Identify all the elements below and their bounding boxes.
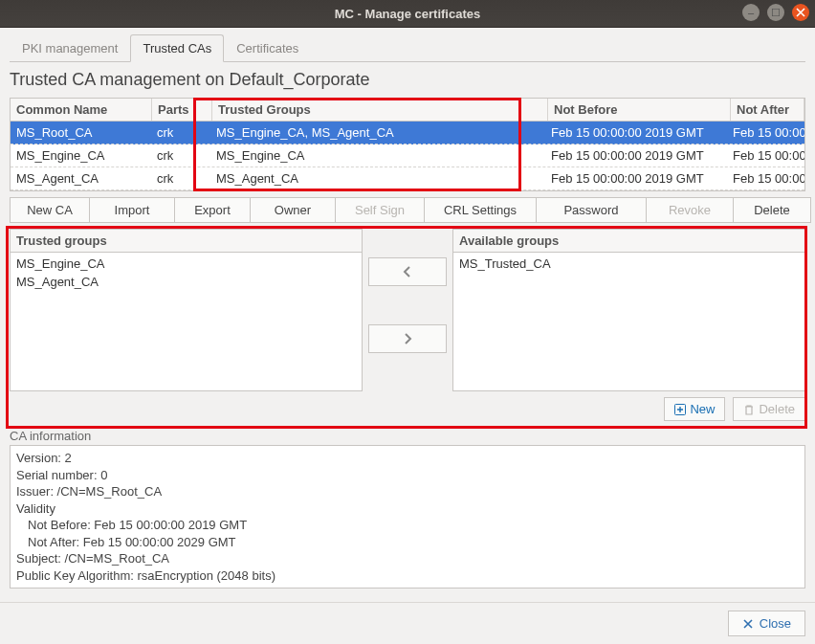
groups-transfer-panel: Trusted groups MS_Engine_CAMS_Agent_CA A…: [10, 229, 805, 391]
new-ca-button[interactable]: New CA: [10, 197, 90, 223]
ca-info-line: Signature Algorithm: sha256WithRSAEncryp…: [16, 584, 799, 588]
window-maximize-button[interactable]: ☐: [767, 4, 784, 21]
cell-na: Feb 15 00:00:00 20: [727, 167, 804, 189]
table-row[interactable]: MS_Engine_CAcrkMS_Engine_CAFeb 15 00:00:…: [11, 144, 804, 167]
trash-icon: [743, 404, 755, 415]
ca-info-line: Version: 2: [16, 450, 799, 467]
window-minimize-button[interactable]: –: [742, 4, 760, 21]
ca-info-line: Public Key Algorithm: rsaEncryption (204…: [16, 567, 799, 585]
col-header-not-after[interactable]: Not After: [731, 99, 804, 121]
window-title: MC - Manage certificates: [0, 7, 815, 21]
cell-nb: Feb 15 00:00:00 2019 GMT: [545, 144, 727, 167]
cell-na: Feb 15 00:00:00 20: [727, 144, 804, 167]
col-header-common-name[interactable]: Common Name: [11, 99, 152, 121]
self-sign-button[interactable]: Self Sign: [336, 197, 425, 223]
tab-bar: PKI management Trusted CAs Certificates: [10, 33, 805, 62]
new-group-button[interactable]: New: [664, 397, 725, 421]
col-header-trusted-groups[interactable]: Trusted Groups: [212, 99, 548, 121]
cell-cn: MS_Root_CA: [11, 122, 151, 144]
cell-na: Feb 15 00:00:00 20: [727, 122, 804, 144]
ca-info-line: Not Before: Feb 15 00:00:00 2019 GMT: [16, 517, 799, 534]
ca-table: Common Name Parts Trusted Groups Not Bef…: [10, 98, 805, 191]
cell-tg: MS_Agent_CA: [210, 167, 545, 189]
page-heading: Trusted CA management on Default_Corpora…: [10, 70, 805, 90]
col-header-parts[interactable]: Parts: [152, 99, 212, 121]
plus-icon: [674, 404, 686, 415]
ca-info-line: Issuer: /CN=MS_Root_CA: [16, 483, 799, 500]
move-left-button[interactable]: [368, 257, 447, 286]
move-right-button[interactable]: [368, 324, 447, 353]
cell-parts: crk: [151, 167, 210, 189]
tab-trusted-cas[interactable]: Trusted CAs: [130, 34, 224, 62]
cell-parts: crk: [151, 122, 210, 144]
trusted-groups-header: Trusted groups: [11, 230, 362, 253]
cell-nb: Feb 15 00:00:00 2019 GMT: [545, 167, 727, 189]
new-group-label: New: [690, 402, 715, 416]
close-label: Close: [760, 616, 791, 631]
close-icon: [742, 618, 754, 630]
ca-info-line: Validity: [16, 500, 799, 518]
table-row[interactable]: MS_Root_CAcrkMS_Engine_CA, MS_Agent_CAFe…: [11, 122, 804, 144]
owner-button[interactable]: Owner: [251, 197, 336, 223]
delete-group-button[interactable]: Delete: [733, 397, 805, 421]
cell-parts: crk: [151, 144, 210, 167]
cell-nb: Feb 15 00:00:00 2019 GMT: [545, 122, 727, 144]
delete-button[interactable]: Delete: [734, 197, 811, 223]
list-item[interactable]: MS_Engine_CA: [11, 255, 362, 273]
available-groups-panel: Available groups MS_Trusted_CA: [452, 229, 805, 391]
tab-certificates[interactable]: Certificates: [224, 34, 311, 62]
titlebar: MC - Manage certificates – ☐: [0, 0, 815, 28]
tab-pki-management[interactable]: PKI management: [10, 34, 130, 62]
cell-tg: MS_Engine_CA: [210, 144, 545, 167]
close-dialog-button[interactable]: Close: [728, 611, 805, 636]
window: MC - Manage certificates – ☐ PKI managem…: [0, 0, 815, 644]
chevron-right-icon: [401, 332, 414, 345]
chevron-left-icon: [401, 265, 414, 278]
delete-group-label: Delete: [759, 402, 795, 416]
import-button[interactable]: Import: [90, 197, 175, 223]
cell-tg: MS_Engine_CA, MS_Agent_CA: [210, 122, 545, 144]
crl-settings-button[interactable]: CRL Settings: [425, 197, 537, 223]
revoke-button[interactable]: Revoke: [647, 197, 734, 223]
ca-info-line: Serial number: 0: [16, 467, 799, 484]
ca-info-line: Not After: Feb 15 00:00:00 2029 GMT: [16, 534, 799, 551]
cell-cn: MS_Engine_CA: [11, 144, 151, 167]
ca-info-line: Subject: /CN=MS_Root_CA: [16, 550, 799, 567]
trusted-groups-panel: Trusted groups MS_Engine_CAMS_Agent_CA: [10, 229, 363, 391]
export-button[interactable]: Export: [175, 197, 251, 223]
window-close-button[interactable]: [792, 4, 809, 21]
list-item[interactable]: MS_Agent_CA: [11, 273, 362, 291]
col-header-not-before[interactable]: Not Before: [548, 99, 731, 121]
ca-info-label: CA information: [10, 429, 805, 443]
table-row[interactable]: MS_Agent_CAcrkMS_Agent_CAFeb 15 00:00:00…: [11, 167, 804, 190]
list-item[interactable]: MS_Trusted_CA: [453, 255, 804, 273]
available-groups-header: Available groups: [453, 230, 804, 253]
password-button[interactable]: Password: [537, 197, 647, 223]
action-button-row: New CA Import Export Owner Self Sign CRL…: [10, 197, 805, 223]
cell-cn: MS_Agent_CA: [11, 167, 151, 189]
ca-info-box: Version: 2Serial number: 0Issuer: /CN=MS…: [10, 445, 805, 588]
